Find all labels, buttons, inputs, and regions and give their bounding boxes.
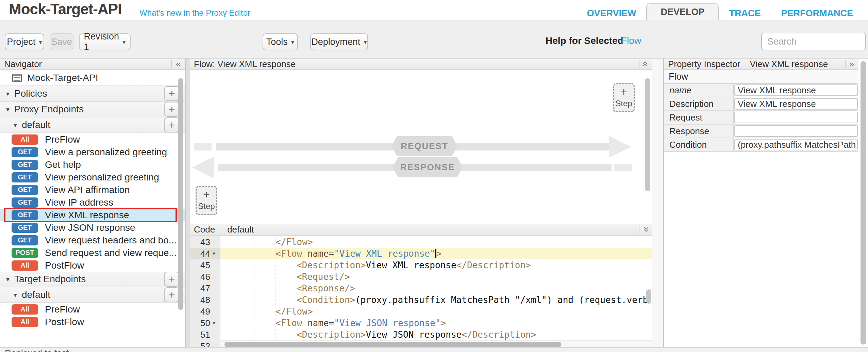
expand-panel-right-icon[interactable]: » (849, 59, 854, 69)
deployment-dropdown-button[interactable]: Deployment ▾ (310, 33, 368, 50)
navigator-scrollbar[interactable] (178, 78, 183, 310)
line-number: 51 (200, 329, 210, 340)
tab-performance[interactable]: PERFORMANCE (771, 6, 863, 20)
property-value-cell (734, 125, 858, 138)
property-label: Condition (664, 138, 734, 151)
add-button[interactable]: + (164, 102, 180, 117)
fold-arrow-icon[interactable]: ▾ (210, 317, 218, 329)
property-value-input[interactable]: View XML response (734, 84, 858, 96)
flow-scrollbar[interactable] (645, 78, 650, 191)
nav-flow-preflow[interactable]: AllPreFlow (0, 133, 185, 146)
nav-section-default[interactable]: ▾default+ (0, 287, 185, 303)
add-button[interactable]: + (164, 117, 180, 132)
line-number-gutter: 44▾ (190, 248, 220, 259)
line-number: 46 (200, 271, 210, 283)
save-button[interactable]: Save (50, 33, 73, 50)
caret-down-icon: ▾ (122, 38, 126, 46)
line-number-gutter: 49 (190, 306, 220, 317)
line-number: 50 (200, 317, 210, 329)
toolbar: Project ▾ Save Revision 1 ▾ Tools ▾ Depl… (0, 20, 868, 59)
code-token (302, 318, 307, 328)
code-token: View XML response (366, 260, 456, 270)
deployment-status-bar: Deployed to test (0, 347, 868, 352)
method-badge-get: GET (12, 197, 38, 208)
nav-flow-postflow[interactable]: AllPostFlow (0, 259, 185, 272)
whats-new-link[interactable]: What's new in the Proxy Editor (139, 8, 250, 18)
property-label: Response (664, 125, 734, 138)
method-badge-get: GET (12, 172, 38, 182)
nav-flow-get-help[interactable]: GETGet help (0, 158, 185, 171)
navigator-root-item[interactable]: Mock-Target-API (0, 70, 185, 86)
tab-develop[interactable]: DEVELOP (646, 3, 719, 20)
nav-section-label: Policies (14, 88, 47, 99)
line-number: 44 (200, 248, 210, 259)
property-value-input[interactable] (734, 125, 858, 137)
property-row-response: Response (664, 125, 858, 138)
nav-flow-view-xml-response[interactable]: GETView XML response (0, 209, 185, 221)
collapse-code-panel-icon[interactable]: « (641, 227, 650, 232)
property-value-input[interactable] (734, 112, 858, 123)
tools-dropdown-button[interactable]: Tools ▾ (263, 33, 298, 50)
nav-section-policies[interactable]: ▾Policies+ (0, 86, 185, 102)
property-value-input[interactable]: View XML response (734, 98, 858, 110)
main-area: Navigator « Mock-Target-API ▾Polic (0, 59, 868, 348)
property-row-name: nameView XML response (664, 84, 858, 97)
code-vertical-scrollbar[interactable] (646, 289, 651, 304)
code-token: <Request/> (297, 272, 350, 282)
add-step-button-response[interactable]: + Step (613, 83, 635, 112)
nav-section-default[interactable]: ▾default+ (0, 117, 185, 133)
search-input[interactable] (761, 33, 866, 50)
property-value-cell: View XML response (734, 84, 858, 97)
nav-flow-view-json-response[interactable]: GETView JSON response (0, 221, 185, 234)
code-horizontal-scrollbar[interactable] (224, 342, 561, 347)
line-number-gutter: 50▾ (190, 317, 220, 329)
tab-overview[interactable]: OVERVIEW (577, 6, 646, 20)
nav-flow-preflow[interactable]: AllPreFlow (0, 303, 185, 316)
collapse-flow-panel-icon[interactable]: « (641, 61, 650, 67)
line-number-gutter: 47 (190, 283, 220, 294)
project-dropdown-button[interactable]: Project ▾ (5, 33, 44, 50)
property-scrollbar[interactable] (861, 61, 866, 345)
code-editor[interactable]: 43</Flow>44▾<Flow name="View XML respons… (190, 236, 652, 348)
property-value-input[interactable]: (proxy.pathsuffix MatchesPath "/x (734, 139, 858, 150)
nav-section-target-endpoints[interactable]: ▾Target Endpoints+ (0, 272, 185, 287)
flow-panel-title: Flow: View XML response (194, 59, 296, 69)
code-lines: 43</Flow>44▾<Flow name="View XML respons… (190, 236, 652, 348)
revision-dropdown-button[interactable]: Revision 1 ▾ (79, 33, 131, 50)
line-number: 48 (200, 294, 210, 306)
request-flow-badge: REQUEST (391, 136, 457, 156)
flow-label: PostFlow (45, 260, 84, 271)
nav-flow-postflow[interactable]: AllPostFlow (0, 316, 185, 328)
deployment-status-text: Deployed to test (0, 348, 868, 352)
nav-flow-view-api-affirmation[interactable]: GETView API affirmation (0, 183, 185, 196)
proxy-editor-app: Mock-Target-API What's new in the Proxy … (0, 0, 868, 352)
flow-label: View XML response (45, 210, 129, 221)
tab-trace[interactable]: TRACE (719, 6, 771, 20)
property-inspector-panel: Property Inspector View XML response » F… (663, 59, 868, 348)
add-step-button-request[interactable]: + Step (196, 186, 217, 215)
fold-arrow-icon[interactable]: ▾ (210, 248, 218, 259)
line-number: 52 (200, 340, 210, 348)
code-line-content: </Flow> (220, 236, 652, 248)
add-button[interactable]: + (164, 287, 180, 302)
nav-section-proxy-endpoints[interactable]: ▾Proxy Endpoints+ (0, 102, 185, 117)
add-button[interactable]: + (164, 272, 180, 287)
nav-section-label: default (22, 289, 50, 300)
flow-code-panel: Flow: View XML response « + Step REQUEST (190, 59, 652, 348)
nav-flow-view-a-personalized-greeting[interactable]: GETView a personalized greeting (0, 146, 185, 158)
collapse-panel-left-icon[interactable]: « (176, 59, 181, 69)
help-flow-link[interactable]: Flow (621, 35, 641, 46)
property-label: name (664, 84, 734, 97)
flow-label: View IP address (45, 197, 113, 208)
add-button[interactable]: + (164, 86, 180, 101)
nav-flow-send-request-and-view-reque[interactable]: POSTSend request and view reque... (0, 246, 185, 259)
response-arrow-stub (614, 164, 632, 171)
nav-flow-view-ip-address[interactable]: GETView IP address (0, 196, 185, 209)
code-line-49: 49</Flow> (190, 306, 652, 317)
nav-flow-view-personalized-greeting[interactable]: GETView personalized greeting (0, 171, 185, 183)
flow-label: Send request and view reque... (45, 247, 177, 258)
code-token: > (440, 318, 446, 328)
nav-flow-view-request-headers-and-bo[interactable]: GETView request headers and bo... (0, 234, 185, 246)
property-row-condition: Condition(proxy.pathsuffix MatchesPath "… (664, 138, 858, 152)
panel-splitter[interactable] (652, 59, 663, 348)
